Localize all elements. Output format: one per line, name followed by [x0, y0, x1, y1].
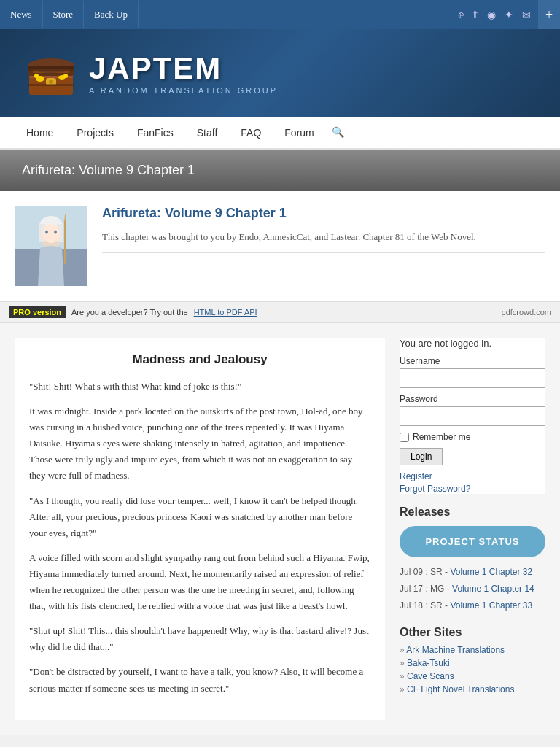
social-icons: 𝕖 𝕥 ◉ ✦ ✉: [458, 9, 538, 21]
svg-point-22: [54, 231, 57, 234]
remember-checkbox[interactable]: [400, 433, 409, 442]
expand-button[interactable]: +: [538, 0, 560, 29]
site-subtitle: A RANDOM TRANSLATION GROUP: [89, 86, 278, 95]
other-site-link-2[interactable]: Baka-Tsuki: [407, 658, 450, 668]
page-title: Arifureta: Volume 9 Chapter 1: [22, 163, 538, 178]
blogger-icon[interactable]: ◉: [487, 9, 496, 21]
chapter-content: Madness and Jealousy "Shit! Shit! What's…: [15, 338, 385, 720]
site-title: JAPTEM: [89, 51, 278, 86]
project-status-button[interactable]: PROJECT STATUS: [400, 526, 545, 557]
password-label: Password: [400, 394, 545, 404]
paragraph-4: A voice filled with scorn and slight sym…: [29, 550, 370, 614]
logo-chest-icon: [22, 44, 80, 102]
logo-text: JAPTEM A RANDOM TRANSLATION GROUP: [89, 51, 278, 95]
release-text-2: : MG -: [425, 584, 452, 594]
top-nav-links: News Store Back Up: [0, 1, 139, 28]
remember-label: Remember me: [413, 432, 470, 442]
other-sites-section: Other Sites Ark Machine Translations Bak…: [400, 626, 545, 694]
release-item-2: Jul 17 : MG - Volume 1 Chapter 14: [400, 583, 545, 595]
nav-forum[interactable]: Forum: [273, 118, 325, 147]
twitter-icon[interactable]: 𝕥: [473, 9, 478, 21]
svg-rect-12: [28, 69, 74, 71]
other-site-link-1[interactable]: Ark Machine Translations: [406, 645, 505, 655]
post-description: This chapter was brought to you by Endo,…: [102, 230, 545, 245]
not-logged-text: You are not logged in.: [400, 338, 545, 349]
nav-link-store[interactable]: Store: [43, 1, 84, 28]
chapter-text: "Shit! Shit! What's with this! What kind…: [29, 379, 370, 697]
nav-home[interactable]: Home: [15, 118, 65, 147]
login-button[interactable]: Login: [400, 448, 443, 465]
dropbox-icon[interactable]: ✦: [505, 9, 513, 21]
post-header: Arifureta: Volume 9 Chapter 1 This chapt…: [0, 191, 560, 301]
other-site-link-4[interactable]: CF Light Novel Translations: [407, 684, 514, 694]
svg-point-10: [34, 74, 39, 78]
paragraph-2: It was midnight. Inside a park located o…: [29, 403, 370, 484]
pro-bar: PRO version Are you a developer? Try out…: [0, 301, 560, 323]
nav-fanfics[interactable]: FanFics: [125, 118, 185, 147]
page-title-bar: Arifureta: Volume 9 Chapter 1: [0, 150, 560, 191]
chapter-title: Madness and Jealousy: [29, 352, 370, 367]
release-item-3: Jul 18 : SR - Volume 1 Chapter 33: [400, 600, 545, 612]
logo-area: JAPTEM A RANDOM TRANSLATION GROUP: [22, 44, 278, 102]
release-link-2[interactable]: Volume 1 Chapter 14: [452, 584, 534, 594]
svg-rect-13: [28, 84, 74, 86]
svg-point-21: [45, 231, 48, 234]
thumbnail-image: [15, 206, 88, 286]
pro-badge: PRO version: [9, 306, 66, 318]
release-date-3: Jul 18: [400, 600, 423, 611]
username-label: Username: [400, 356, 545, 366]
paragraph-6: "Don't be distracted by yourself, I want…: [29, 664, 370, 696]
pdfcrowd-label: pdfcrowd.com: [502, 308, 551, 317]
paragraph-3: "As I thought, you really did lose your …: [29, 493, 370, 541]
facebook-icon[interactable]: 𝕖: [458, 9, 464, 21]
other-site-4: CF Light Novel Translations: [400, 684, 545, 694]
sidebar: You are not logged in. Username Password…: [400, 338, 545, 720]
release-date-2: Jul 17: [400, 584, 423, 594]
remember-row: Remember me: [400, 432, 545, 442]
login-box: You are not logged in. Username Password…: [400, 338, 545, 494]
nav-faq[interactable]: FAQ: [229, 118, 273, 147]
forgot-password-link[interactable]: Forgot Password?: [400, 484, 545, 494]
svg-point-11: [63, 74, 68, 78]
nav-staff[interactable]: Staff: [185, 118, 230, 147]
top-nav-bar: News Store Back Up 𝕖 𝕥 ◉ ✦ ✉ +: [0, 0, 560, 29]
other-sites-title: Other Sites: [400, 626, 545, 639]
nav-link-news[interactable]: News: [0, 1, 43, 28]
character-svg: [15, 206, 88, 286]
releases-title: Releases: [400, 506, 545, 519]
post-title: Arifureta: Volume 9 Chapter 1: [102, 206, 545, 221]
pro-bar-text: Are you a developer? Try out the: [71, 308, 188, 317]
svg-rect-23: [64, 220, 66, 264]
main-layout: Madness and Jealousy "Shit! Shit! What's…: [0, 323, 560, 735]
post-info: Arifureta: Volume 9 Chapter 1 This chapt…: [102, 206, 545, 286]
release-text-3: : SR -: [425, 600, 450, 611]
search-icon[interactable]: 🔍: [332, 126, 344, 139]
other-site-1: Ark Machine Translations: [400, 645, 545, 655]
username-input[interactable]: [400, 368, 545, 388]
svg-point-7: [49, 80, 53, 84]
email-icon[interactable]: ✉: [522, 9, 531, 21]
login-links: Register Forgot Password?: [400, 471, 545, 494]
paragraph-1: "Shit! Shit! What's with this! What kind…: [29, 379, 370, 395]
release-link-3[interactable]: Volume 1 Chapter 33: [450, 600, 532, 611]
other-site-3: Cave Scans: [400, 671, 545, 681]
releases-section: Releases PROJECT STATUS Jul 09 : SR - Vo…: [400, 506, 545, 611]
svg-point-20: [42, 224, 60, 243]
release-date-1: Jul 09: [400, 567, 423, 577]
html-to-pdf-link[interactable]: HTML to PDF API: [194, 308, 257, 317]
release-text-1: : SR -: [425, 567, 450, 577]
main-nav: Home Projects FanFics Staff FAQ Forum 🔍: [0, 117, 560, 150]
nav-projects[interactable]: Projects: [65, 118, 125, 147]
post-thumbnail: [15, 206, 88, 286]
other-site-2: Baka-Tsuki: [400, 658, 545, 668]
svg-rect-5: [28, 66, 74, 69]
paragraph-5: "Shut up! Shit! This... this shouldn't h…: [29, 623, 370, 655]
post-divider: [102, 252, 545, 253]
register-link[interactable]: Register: [400, 471, 545, 481]
password-input[interactable]: [400, 406, 545, 426]
site-header: JAPTEM A RANDOM TRANSLATION GROUP: [0, 29, 560, 117]
release-item-1: Jul 09 : SR - Volume 1 Chapter 32: [400, 566, 545, 578]
other-site-link-3[interactable]: Cave Scans: [407, 671, 454, 681]
nav-link-backup[interactable]: Back Up: [84, 1, 139, 28]
release-link-1[interactable]: Volume 1 Chapter 32: [450, 567, 532, 577]
